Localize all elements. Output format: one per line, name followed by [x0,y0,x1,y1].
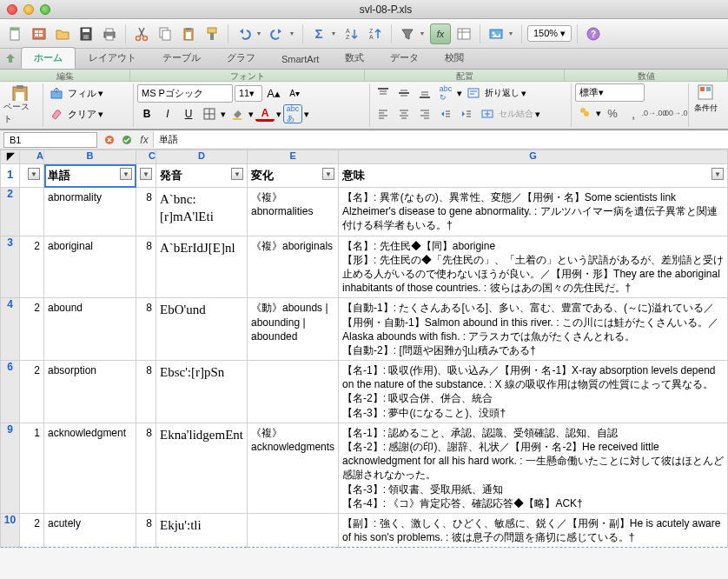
filter-d[interactable]: ▼ [231,168,243,180]
align-left-icon[interactable] [374,104,393,123]
copy-icon[interactable] [155,23,175,44]
border-icon[interactable] [200,104,219,123]
tab-smartart[interactable]: SmartArt [268,50,332,69]
tab-home[interactable]: ホーム [21,47,76,69]
formula-input[interactable]: 単語 [153,131,728,148]
font-size-select[interactable]: 11 ▾ [235,85,262,102]
tab-review[interactable]: 校閲 [432,47,477,69]
autosum-icon[interactable]: Σ [308,23,329,44]
zoom-button[interactable] [40,4,50,15]
col-header-e[interactable]: E [248,150,339,164]
select-all-corner[interactable]: ◤ [1,150,20,164]
fill-icon[interactable] [47,83,66,103]
fx-icon[interactable]: fx [430,23,451,44]
cell[interactable]: 2 [20,236,44,298]
cell[interactable]: A`bErIdJ[E]nl [156,236,248,298]
cell[interactable]: 8 [136,188,156,236]
tab-data[interactable]: データ [377,47,432,69]
col-header-g[interactable]: G [339,150,728,164]
cell[interactable]: 【名-1】: 認めること、承認、認識、受領確認、認知、自認【名-2】: 感謝(の… [339,423,728,513]
cell[interactable]: 【名】: 先住民◆【同】aborigine【形】: 先住民の◆「先住民の」、「土… [339,236,728,298]
cell-b1[interactable]: 単語▼ [44,164,136,188]
paste-icon[interactable] [178,23,199,44]
minimize-button[interactable] [23,4,34,15]
currency-icon[interactable] [575,103,594,123]
percent-icon[interactable]: % [603,103,622,123]
cell[interactable]: 8 [136,423,156,513]
dec-font-icon[interactable]: A▾ [285,83,304,103]
print-icon[interactable] [99,23,120,44]
row-header[interactable]: 3 [1,236,20,298]
cell[interactable]: 《複》abnormalities [248,188,339,236]
filter-icon[interactable] [397,23,418,44]
cell[interactable]: acutely [44,513,136,547]
phonetic-icon[interactable]: abcあ [283,104,302,123]
cell[interactable]: 1 [20,423,44,513]
number-format-select[interactable]: 標準 ▾ [575,83,645,102]
cell[interactable]: 8 [136,513,156,547]
col-header-b[interactable]: B [44,150,136,164]
cell[interactable]: 8 [136,236,156,298]
cell[interactable]: aboriginal [44,236,136,298]
format-painter-icon[interactable] [202,23,222,44]
italic-button[interactable]: I [158,104,177,123]
inc-decimal-icon[interactable]: .0→.00 [645,103,664,123]
redo-icon[interactable] [267,23,288,44]
filter-c[interactable]: ▼ [140,168,152,180]
wrap-icon[interactable] [464,83,483,103]
sort-desc-icon[interactable]: ZA [365,23,386,44]
underline-button[interactable]: U [179,104,198,123]
cell[interactable]: EbO'und [156,298,248,361]
filter-b[interactable]: ▼ [120,168,132,180]
undo-icon[interactable] [234,23,255,44]
cancel-formula-icon[interactable] [101,132,118,148]
cell[interactable]: 《動》abounds | abounding | abounded [248,298,339,361]
cell-g1[interactable]: 意味▼ [339,164,728,188]
col-header-c[interactable]: C [136,150,156,164]
cell[interactable]: 2 [20,513,44,547]
spreadsheet-grid[interactable]: ◤ A B C D E G 1 ▼ 単語▼ ▼ 発音▼ 変化▼ 意味▼ 2abn… [0,150,728,548]
cell[interactable]: A`bnc:[r]mA'lEti [156,188,248,236]
show-formula-icon[interactable] [453,23,474,44]
zoom-field[interactable]: 150% ▾ [527,25,572,42]
cell[interactable]: 8 [136,361,156,423]
cond-format-button[interactable]: 条件付 [692,83,718,114]
ribbon-collapse-icon[interactable] [0,48,21,69]
cell[interactable]: absorption [44,361,136,423]
align-top-icon[interactable] [374,83,393,103]
cell[interactable]: 8 [136,298,156,361]
bold-button[interactable]: B [137,104,156,123]
cell[interactable]: 【副】: 強く、激しく、ひどく、敏感に、鋭く／【用例・副】He is acute… [339,513,728,547]
close-button[interactable] [7,4,17,15]
inc-font-icon[interactable]: A▴ [264,83,283,103]
cell[interactable]: Ekju':tli [156,513,248,547]
merge-icon[interactable] [478,104,497,123]
row-header[interactable]: 6 [1,361,20,423]
cell[interactable] [248,513,339,547]
tab-formulas[interactable]: 数式 [332,47,377,69]
sort-asc-icon[interactable]: AZ [341,23,362,44]
cell[interactable]: 《複》aboriginals [248,236,339,298]
cell[interactable]: 2 [20,361,44,423]
save-icon[interactable] [76,23,96,44]
cell[interactable]: 《複》acknowledgments [248,423,339,513]
paste-button[interactable]: ペースト [3,83,36,125]
accept-formula-icon[interactable] [118,132,136,148]
name-box[interactable]: B1 [3,132,97,148]
cell[interactable]: Ekna'lidgemEnt [156,423,248,513]
tab-tables[interactable]: テーブル [149,47,214,69]
row-header[interactable]: 9 [1,423,20,513]
align-right-icon[interactable] [415,104,434,123]
row-header[interactable]: 4 [1,298,20,361]
cell-e1[interactable]: 変化▼ [248,164,339,188]
fx-button[interactable]: fx [136,132,153,148]
template-icon[interactable] [29,23,50,44]
new-doc-icon[interactable] [5,23,26,44]
cell[interactable]: abnormality [44,188,136,236]
cell-d1[interactable]: 発音▼ [156,164,248,188]
cell[interactable] [20,188,44,236]
comma-icon[interactable]: , [624,103,643,123]
cell[interactable]: 2 [20,298,44,361]
col-header-a[interactable]: A [20,150,44,164]
filter-g[interactable]: ▼ [711,168,724,180]
